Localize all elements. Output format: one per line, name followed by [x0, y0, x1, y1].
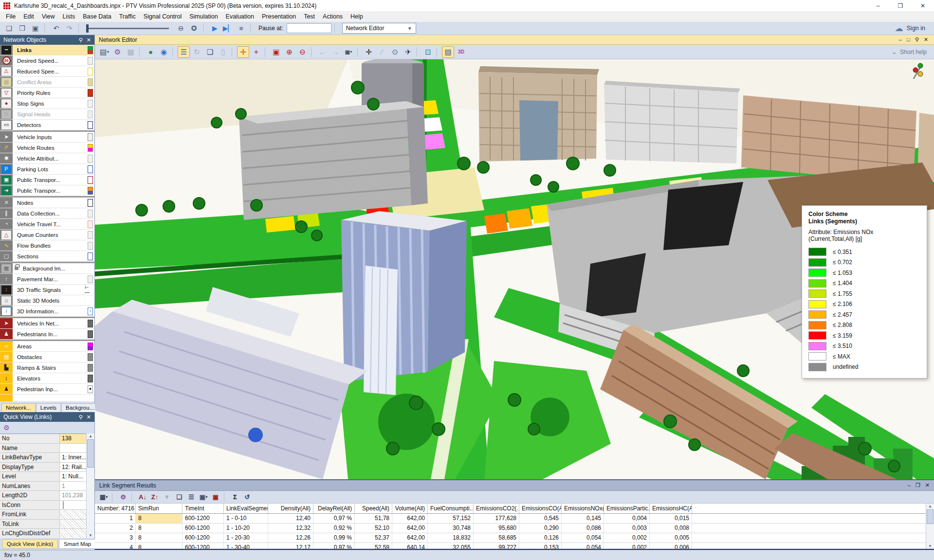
- rotate-3d-icon[interactable]: ⊙: [389, 46, 401, 58]
- wireframe-3d-icon[interactable]: ▧: [442, 46, 454, 58]
- tab-levels[interactable]: Levels: [36, 403, 61, 412]
- pause-at-input[interactable]: [287, 23, 331, 33]
- network-object-row[interactable]: ↱Vehicle Routes: [0, 143, 94, 153]
- table-cell[interactable]: 0,99 %: [313, 533, 355, 542]
- network-object-row[interactable]: ▙Ramps & Stairs: [0, 362, 94, 373]
- table-cell[interactable]: 52,10: [355, 524, 392, 533]
- table-cell[interactable]: 4: [95, 543, 136, 549]
- table-cell[interactable]: 58,685: [474, 533, 519, 542]
- close-window-icon[interactable]: ✕: [912, 0, 934, 11]
- sort-ascending-icon[interactable]: A↓: [137, 492, 148, 503]
- column-header[interactable]: Number: 4716: [95, 504, 136, 513]
- table-cell[interactable]: 1 - 0-10: [224, 514, 268, 523]
- column-header[interactable]: Density(All): [268, 504, 313, 513]
- network-object-row[interactable]: ↑Pavement Mar...: [0, 274, 94, 285]
- undo-icon[interactable]: ↶: [50, 23, 62, 34]
- isconn-checkbox[interactable]: [63, 501, 64, 509]
- next-view-icon[interactable]: →: [330, 46, 342, 58]
- table-cell[interactable]: 640,14: [392, 543, 428, 549]
- table-cell[interactable]: 12,32: [268, 524, 313, 533]
- attribute-value[interactable]: 1: Inner...: [60, 453, 86, 462]
- speed-reduce-icon[interactable]: ⊖: [175, 23, 187, 34]
- table-cell[interactable]: 0,004: [604, 514, 650, 523]
- zoom-fit-icon[interactable]: ▣: [270, 46, 282, 58]
- quick-mode-icon[interactable]: ✪: [188, 23, 200, 34]
- network-object-row[interactable]: ▭Detectors: [0, 120, 94, 130]
- network-object-row[interactable]: ∷Signal Heads: [0, 109, 94, 120]
- single-step-icon[interactable]: ▶▏: [222, 23, 234, 34]
- network-object-row[interactable]: ✕Nodes: [0, 198, 94, 208]
- network-object-row[interactable]: ▤Obstacles: [0, 352, 94, 362]
- minimize-window-icon[interactable]: –: [867, 0, 889, 11]
- menu-item-base-data[interactable]: Base Data: [79, 12, 115, 21]
- scrollbar-thumb[interactable]: [927, 509, 934, 524]
- measure-icon[interactable]: ∕: [376, 46, 388, 58]
- table-cell[interactable]: 18,832: [428, 533, 474, 542]
- menu-item-actions[interactable]: Actions: [319, 12, 347, 21]
- table-cell[interactable]: 32,055: [428, 543, 474, 549]
- editor-layout-icon[interactable]: ▤▾: [98, 46, 110, 58]
- link-results-scrollbar[interactable]: ▲ ▼: [926, 504, 934, 549]
- scroll-down-icon[interactable]: ▼: [926, 544, 934, 548]
- column-header[interactable]: Volume(All): [392, 504, 428, 513]
- camera-position-icon[interactable]: ◙▾: [343, 46, 355, 58]
- table-cell[interactable]: 0,002: [604, 543, 650, 549]
- network-object-row[interactable]: ▱Areas: [0, 341, 94, 352]
- scrollbar-thumb[interactable]: [87, 439, 94, 468]
- maximize-panel-icon[interactable]: □: [907, 36, 910, 43]
- attribute-value[interactable]: 1: Null...: [60, 472, 86, 481]
- map-pin-icon[interactable]: ◉: [158, 46, 170, 58]
- network-object-row[interactable]: ▦Background Im...: [0, 263, 94, 274]
- menu-item-test[interactable]: Test: [300, 12, 319, 21]
- pin-icon[interactable]: ⚲: [915, 36, 919, 43]
- tab-network[interactable]: Network...: [1, 403, 36, 412]
- menu-item-edit[interactable]: Edit: [19, 12, 38, 21]
- network-object-row[interactable]: ↕Elevators: [0, 373, 94, 384]
- close-icon[interactable]: ✕: [87, 414, 91, 420]
- table-cell[interactable]: 0,015: [650, 514, 692, 523]
- table-cell[interactable]: 57,152: [428, 514, 474, 523]
- table-cell[interactable]: 1 - 20-30: [224, 533, 268, 542]
- column-header[interactable]: EmissionsCO(All): [519, 504, 562, 513]
- attribute-value[interactable]: [60, 520, 86, 529]
- table-cell[interactable]: 30,748: [428, 524, 474, 533]
- table-cell[interactable]: 52,37: [355, 533, 392, 542]
- network-object-row[interactable]: ●Stop Signs: [0, 98, 94, 109]
- table-cell[interactable]: 1: [95, 514, 136, 523]
- menu-item-signal-control[interactable]: Signal Control: [140, 12, 186, 21]
- column-header[interactable]: EmissionsCO2(...: [474, 504, 519, 513]
- table-cell[interactable]: 0,126: [519, 533, 562, 542]
- network-object-row[interactable]: 50Desired Speed...: [0, 55, 94, 66]
- menu-item-traffic[interactable]: Traffic: [115, 12, 140, 21]
- table-cell[interactable]: 1 - 30-40: [224, 543, 268, 549]
- export-icon[interactable]: ▣: [210, 492, 221, 503]
- paste-icon[interactable]: ▯: [217, 46, 229, 58]
- refresh-icon[interactable]: ↻: [191, 46, 203, 58]
- table-cell[interactable]: 51,78: [355, 514, 392, 523]
- table-cell[interactable]: 600-1200: [183, 514, 224, 523]
- table-cell[interactable]: 0,005: [650, 533, 692, 542]
- network-object-row[interactable]: ▩Conflict Areas: [0, 77, 94, 88]
- minimize-panel-icon[interactable]: –: [899, 36, 902, 43]
- tab-backgrou[interactable]: Backgrou...: [61, 403, 98, 412]
- background-map-icon[interactable]: ●: [145, 46, 157, 58]
- table-cell[interactable]: 99,727: [474, 543, 519, 549]
- table-cell[interactable]: 8: [136, 533, 183, 542]
- save-layout-icon[interactable]: ▣▾: [198, 492, 209, 503]
- table-cell[interactable]: 8: [136, 543, 183, 549]
- attribute-value[interactable]: [60, 444, 86, 453]
- open-file-icon[interactable]: ❒: [16, 23, 28, 34]
- redo-icon[interactable]: ↷: [63, 23, 75, 34]
- network-object-row[interactable]: ➤Vehicles In Net...: [0, 318, 94, 329]
- scroll-up-icon[interactable]: ▲: [926, 504, 934, 508]
- sort-descending-icon[interactable]: Z↑: [149, 492, 160, 503]
- menu-item-simulation[interactable]: Simulation: [185, 12, 221, 21]
- network-object-row[interactable]: △Queue Counters: [0, 230, 94, 240]
- table-cell[interactable]: 0,145: [562, 514, 604, 523]
- scroll-up-icon[interactable]: ▲: [87, 434, 94, 438]
- screenshot-icon[interactable]: ⊡: [422, 46, 434, 58]
- network-object-row[interactable]: ▢Sections: [0, 251, 94, 262]
- table-cell[interactable]: 52,59: [355, 543, 392, 549]
- menu-item-presentation[interactable]: Presentation: [258, 12, 300, 21]
- attribute-value[interactable]: 12: Rail...: [60, 463, 86, 472]
